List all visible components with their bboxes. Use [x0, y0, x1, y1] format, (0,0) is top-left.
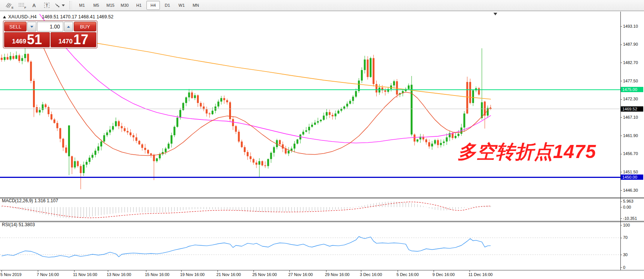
price-tick-mark — [620, 136, 622, 136]
ohlc-readout: 1469.51 1470.17 1468.41 1469.52 — [42, 14, 113, 19]
price-tick-label: 1467.10 — [623, 115, 643, 119]
rsi-tick-label: 100 — [623, 223, 643, 227]
timeframe-button-m15[interactable]: M15 — [104, 1, 117, 10]
sell-button[interactable]: SELL — [4, 22, 27, 31]
price-tick-label: 1451.50 — [623, 170, 643, 174]
time-axis-label: 29 Nov 16:00 — [325, 272, 349, 277]
symbol-marker-icon — [3, 16, 6, 18]
time-tick-mark — [181, 270, 182, 272]
rsi-tick-label: 30 — [623, 252, 643, 257]
rsi-tick-mark — [620, 267, 622, 268]
rsi-tick-mark — [620, 255, 622, 255]
timeframe-button-h1[interactable]: H1 — [132, 1, 146, 10]
price-tick-mark — [620, 190, 622, 191]
bid-price-major: 1469 — [12, 38, 26, 46]
price-tick-mark — [620, 45, 622, 45]
macd-indicator-label: MACD(12,26,9) 1.316 1.107 — [2, 198, 58, 203]
rsi-pane — [0, 237, 620, 257]
price-tick-mark — [620, 172, 622, 172]
price-tick-mark — [620, 117, 622, 118]
text-box-tool-button[interactable]: T — [40, 1, 53, 10]
time-axis-label: 11 Nov 16:00 — [73, 272, 97, 277]
time-tick-mark — [1, 270, 2, 272]
symbol-title: XAUUSD-,H4 — [8, 14, 37, 19]
chevron-down-icon — [30, 26, 33, 28]
ma-mid — [40, 14, 490, 143]
time-tick-mark — [108, 270, 108, 272]
timeframe-button-m30[interactable]: M30 — [118, 1, 131, 10]
price-marker-1475.00: 1475.00 — [621, 87, 643, 92]
timeframe-button-mn[interactable]: MN — [189, 1, 203, 10]
channel-lines-icon — [5, 2, 12, 8]
time-axis-label: 15 Nov 16:00 — [145, 272, 169, 277]
bid-price-panel[interactable]: 1469 51 — [4, 32, 50, 47]
time-axis-label: 5 Nov 2019 — [0, 272, 21, 277]
time-tick-mark — [398, 270, 398, 272]
rsi-tick-label: 70 — [623, 235, 643, 240]
timeframe-buttons-group: M1M5M15M30H1H4D1W1MN — [75, 1, 203, 10]
time-tick-mark — [361, 270, 361, 272]
arrows-icon — [54, 2, 60, 8]
volume-increase-button[interactable] — [64, 22, 73, 31]
text-box-icon: T — [44, 3, 50, 8]
price-tick-label: 1461.90 — [623, 133, 643, 138]
macd-tick-mark — [620, 207, 622, 207]
timeframe-button-m5[interactable]: M5 — [89, 1, 103, 10]
time-axis-label: 19 Nov 16:00 — [180, 272, 204, 277]
price-marker-1469.52: 1469.52 — [621, 106, 643, 112]
rsi-tick-mark — [620, 225, 622, 225]
time-tick-mark — [326, 270, 326, 272]
time-axis-label: 13 Nov 16:00 — [107, 272, 131, 277]
time-axis-label: 25 Nov 16:00 — [252, 272, 277, 277]
price-tick-mark — [620, 81, 622, 81]
time-axis-label: 9 Dec 16:00 — [432, 272, 455, 277]
price-tick-label: 1487.90 — [623, 42, 643, 46]
volume-decrease-button[interactable] — [27, 22, 36, 31]
time-axis-label: 11 Dec 16:00 — [468, 272, 493, 277]
time-axis-label: 3 Dec 16:00 — [360, 272, 382, 277]
rsi-indicator-label: RSI(14) 51.3803 — [2, 222, 35, 227]
time-tick-mark — [470, 270, 470, 272]
timeframe-button-h4[interactable]: H4 — [146, 1, 160, 10]
rsi-line — [2, 237, 491, 257]
fibonacci-retracement-tool-button[interactable]: F — [15, 1, 28, 10]
time-axis-label: 27 Nov 16:00 — [288, 272, 313, 277]
equidistant-channel-tool-button[interactable]: E — [2, 1, 15, 10]
timeframe-button-m1[interactable]: M1 — [75, 1, 89, 10]
buy-button[interactable]: BUY — [74, 22, 96, 31]
macd-tick-label: 5.963 — [623, 199, 643, 203]
price-axis-border — [620, 12, 621, 270]
price-tick-mark — [620, 63, 622, 63]
fibonacci-lines-icon — [18, 2, 25, 8]
volume-input[interactable] — [37, 22, 63, 31]
time-axis-label: 5 Dec 16:00 — [397, 272, 419, 277]
rsi-tick-mark — [620, 238, 622, 238]
timeframe-button-d1[interactable]: D1 — [161, 1, 174, 10]
time-tick-mark — [289, 270, 290, 272]
macd-pane-separator[interactable] — [0, 197, 644, 198]
one-click-trade-widget: SELL BUY 1469 51 1470 17 — [3, 21, 97, 48]
price-tick-label: 1477.50 — [623, 79, 643, 83]
price-tick-mark — [620, 99, 622, 100]
drawing-tools-group: EFAT — [2, 1, 66, 10]
text-label-tool-button[interactable]: A — [28, 1, 40, 10]
chevron-up-icon — [67, 26, 70, 28]
price-marker-1450.00: 1450.00 — [621, 175, 643, 180]
bid-price-minor: 51 — [27, 33, 42, 46]
arrows-tool-button[interactable] — [53, 1, 66, 10]
time-tick-mark — [253, 270, 254, 272]
price-tick-label: 1493.10 — [623, 24, 643, 28]
macd-tick-mark — [620, 201, 622, 202]
text-label-icon: A — [32, 3, 36, 8]
toolbar-separator — [70, 1, 72, 9]
macd-tick-mark — [620, 218, 622, 219]
macd-pane — [2, 201, 491, 218]
timeframe-button-w1[interactable]: W1 — [175, 1, 188, 10]
ask-price-panel[interactable]: 1470 17 — [51, 32, 96, 47]
chart-shift-marker-icon[interactable] — [493, 13, 497, 15]
price-tick-label: 1482.70 — [623, 60, 643, 65]
rsi-pane-separator[interactable] — [0, 221, 644, 221]
macd-tick-label: 0.00 — [623, 205, 643, 209]
time-tick-mark — [38, 270, 38, 272]
toolbar: EFAT M1M5M15M30H1H4D1W1MN — [0, 0, 644, 11]
